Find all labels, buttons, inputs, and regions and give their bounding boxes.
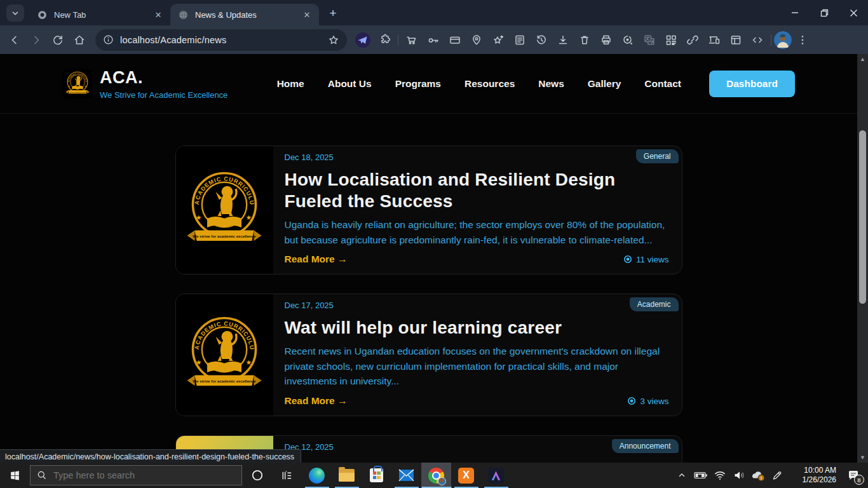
browser-menu-icon[interactable] [792,29,813,51]
aca-logo [62,69,93,99]
forward-icon[interactable] [25,29,47,51]
qr-code-icon[interactable] [660,29,682,51]
new-tab-button[interactable]: + [324,4,342,22]
passwords-key-icon[interactable] [423,29,444,51]
payment-card-icon[interactable] [444,29,466,51]
taskbar-app-a[interactable] [481,463,511,488]
send-to-devices-icon[interactable] [703,29,725,51]
reading-list-icon[interactable] [509,29,531,51]
notification-count-badge: 8 [854,475,864,485]
bookmark-star-icon[interactable] [328,34,339,46]
start-button[interactable] [0,463,30,488]
browser-toolbar: localhost/Academic/news [0,25,868,54]
cart-extension-icon[interactable] [401,29,423,51]
nav-about-us[interactable]: About Us [328,78,372,90]
read-more-link[interactable]: Read More → [285,254,348,265]
article-image [176,146,273,274]
volume-icon[interactable] [729,463,749,488]
print-icon[interactable] [595,29,617,51]
url-text[interactable]: localhost/Academic/news [120,35,328,45]
status-bar-url: localhost/Academic/news/how-localisation… [0,449,301,463]
delete-trash-icon[interactable] [574,29,595,51]
taskbar-search[interactable] [30,465,242,485]
wifi-icon[interactable] [710,463,729,488]
history-icon[interactable] [531,29,552,51]
nav-home[interactable]: Home [277,78,304,90]
site-header: ACA. We Strive for Academic Excellence H… [0,54,857,114]
system-tray: ! 10:00 AM 1/26/2026 8 [672,463,868,488]
brand[interactable]: ACA. We Strive for Academic Excellence [62,68,227,100]
table-layout-icon[interactable] [725,29,747,51]
restore-button[interactable] [810,0,839,25]
nav-programs[interactable]: Programs [395,78,441,90]
close-button[interactable] [839,0,868,25]
profile-avatar[interactable] [774,31,792,49]
read-more-link[interactable]: Read More → [285,395,348,407]
nav-news[interactable]: News [538,78,564,90]
tab-new-tab[interactable]: New Tab ✕ [29,4,170,25]
brand-name: ACA. [100,68,227,88]
nav-gallery[interactable]: Gallery [588,78,621,90]
article-title[interactable]: How Localisation and Resilient Design Fu… [285,169,669,212]
tab-close-icon[interactable]: ✕ [153,9,164,20]
home-icon[interactable] [69,29,90,51]
translate-icon[interactable] [639,29,660,51]
onedrive-icon[interactable]: ! [749,463,768,488]
tab-news-updates[interactable]: News & Updates ✕ [170,4,319,25]
location-pin-icon[interactable] [466,29,487,51]
chevron-down-icon [11,9,20,18]
toolbar-divider [398,34,398,46]
chrome-icon [428,468,444,484]
news-card[interactable]: Dec 17, 2025 Wat will help our learning … [175,294,682,416]
page-scrollbar[interactable]: ▲ ▼ [857,54,868,463]
reload-icon[interactable] [47,29,69,51]
scroll-up-icon[interactable]: ▲ [857,54,868,64]
cortana-button[interactable] [242,463,272,488]
eye-icon [627,396,637,406]
windows-ink-pen-icon[interactable] [768,463,787,488]
taskbar-mail[interactable] [391,463,421,488]
address-bar[interactable]: localhost/Academic/news [95,29,347,51]
task-view-button[interactable] [272,463,302,488]
copy-link-icon[interactable] [682,29,703,51]
xampp-icon: X [458,468,474,484]
back-icon[interactable] [4,29,25,51]
nav-resources[interactable]: Resources [465,78,515,90]
view-count: 11 views [623,254,669,264]
browser-titlebar: New Tab ✕ News & Updates ✕ + [0,0,868,25]
article-title[interactable]: Wat will help our learning career [285,317,669,339]
page-content: ACA. We Strive for Academic Excellence H… [0,54,857,463]
category-badge: Announcement [612,439,679,453]
scroll-down-icon[interactable]: ▼ [857,452,868,463]
taskbar-edge[interactable] [302,463,332,488]
taskbar-clock[interactable]: 10:00 AM 1/26/2026 [789,466,836,485]
scrollbar-thumb[interactable] [859,130,866,304]
site-info-icon[interactable] [103,34,114,45]
article-excerpt: Uganda is heavily reliant on agriculture… [285,217,669,247]
microsoft-store-icon [370,468,383,482]
customize-star-icon[interactable] [487,29,509,51]
code-devtools-icon[interactable] [747,29,768,51]
telegram-extension-icon[interactable] [352,29,374,51]
action-center-button[interactable]: 8 [839,463,868,488]
nav-contact[interactable]: Contact [644,78,681,90]
tab-search-button[interactable] [6,4,24,22]
tray-chevron-up-icon[interactable] [672,463,691,488]
windows-taskbar: X ! 10:00 AM 1/26/2026 [0,463,868,488]
taskbar-chrome[interactable] [421,463,451,488]
taskbar-store[interactable] [362,463,391,488]
dashboard-button[interactable]: Dashboard [709,71,795,97]
file-explorer-icon [339,469,355,482]
chrome-profile-avatar [438,477,446,485]
minimize-button[interactable] [780,0,810,25]
newtab-favicon [37,10,48,20]
search-input[interactable] [53,470,212,480]
downloads-icon[interactable] [552,29,574,51]
news-card[interactable]: Dec 18, 2025 How Localisation and Resili… [175,146,682,274]
battery-icon[interactable] [691,463,710,488]
extensions-puzzle-icon[interactable] [374,29,395,51]
taskbar-xampp[interactable]: X [451,463,481,488]
tab-close-icon[interactable]: ✕ [301,9,313,20]
lens-search-icon[interactable] [617,29,639,51]
taskbar-file-explorer[interactable] [332,463,362,488]
